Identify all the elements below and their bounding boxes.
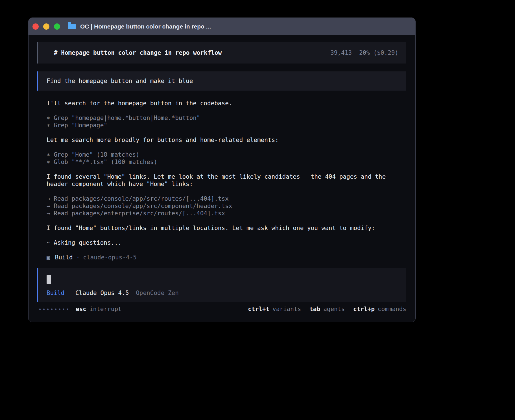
session-title: # Homepage button color change in repo w… [54, 49, 222, 56]
esc-key-label: interrupt [90, 306, 122, 312]
agent-model: claude-opus-4-5 [83, 254, 137, 261]
shortcut-variants: ctrl+t variants [248, 306, 301, 312]
shortcut-label: agents [323, 306, 345, 312]
status-bar: esc interrupt ctrl+t variants tab agents… [37, 302, 406, 316]
text-cursor [47, 275, 51, 284]
conversation: I'll search for the homepage button in t… [47, 100, 398, 261]
window-title: OC | Homepage button color change in rep… [80, 23, 211, 30]
tool-call-group-1: ∗ Grep "homepage|home.*button|Home.*butt… [47, 114, 398, 129]
assistant-text-intro: I'll search for the homepage button in t… [47, 100, 398, 107]
model-name: Claude Opus 4.5 [75, 290, 129, 296]
session-header: # Homepage button color change in repo w… [37, 42, 406, 64]
assistant-text-ask: I found "Home" buttons/links in multiple… [47, 224, 398, 232]
tool-call-group-2: ∗ Grep "Home" (18 matches) ∗ Glob "**/*.… [47, 151, 398, 166]
agent-square-icon: ▣ [47, 254, 50, 261]
close-button[interactable] [32, 23, 39, 30]
tool-call-grep: ∗ Grep "Homepage" [47, 122, 398, 129]
status-right: ctrl+t variants tab agents ctrl+p comman… [248, 306, 406, 312]
model-status-line: Build Claude Opus 4.5 OpenCode Zen [47, 289, 398, 297]
user-message-text: Find the homepage button and make it blu… [47, 78, 193, 84]
activity-dots-icon [39, 309, 68, 310]
tool-call-read: → Read packages/enterprise/src/routes/[.… [47, 210, 398, 217]
tool-call-grep: ∗ Grep "homepage|home.*button|Home.*butt… [47, 114, 398, 122]
agent-name: Build [55, 254, 73, 261]
provider-name: OpenCode Zen [136, 290, 179, 296]
prompt-input[interactable]: Build Claude Opus 4.5 OpenCode Zen [37, 268, 406, 302]
shortcut-commands: ctrl+p commands [353, 306, 406, 312]
shortcut-agents: tab agents [309, 306, 345, 312]
session-stats: 39,413 20% ($0.29) [330, 49, 398, 56]
terminal-window: OC | Homepage button color change in rep… [28, 18, 416, 322]
maximize-button[interactable] [54, 23, 60, 30]
assistant-working-status: ~ Asking questions... [47, 239, 398, 246]
agent-status-line: ▣ Build · claude-opus-4-5 [47, 254, 398, 261]
shortcut-label: variants [272, 306, 301, 312]
agent-separator: · [76, 254, 80, 261]
context-usage: 20% ($0.29) [359, 49, 398, 56]
assistant-text-broaden: Let me search more broadly for buttons a… [47, 136, 398, 144]
terminal-body: # Homepage button color change in repo w… [29, 35, 415, 322]
minimize-button[interactable] [43, 23, 49, 30]
shortcut-label: commands [378, 306, 406, 312]
tool-call-read: → Read packages/console/app/src/routes/[… [47, 195, 398, 202]
token-count: 39,413 [330, 49, 352, 56]
user-message-block: Find the homepage button and make it blu… [37, 71, 406, 91]
tool-call-grep: ∗ Grep "Home" (18 matches) [47, 151, 398, 158]
tool-call-glob: ∗ Glob "**/*.tsx" (100 matches) [47, 158, 398, 166]
traffic-lights [32, 23, 60, 30]
assistant-text-candidates: I found several "Home" links. Let me loo… [47, 173, 398, 188]
agent-mode-label[interactable]: Build [47, 290, 64, 296]
status-left: esc interrupt [37, 306, 122, 312]
tool-call-group-reads: → Read packages/console/app/src/routes/[… [47, 195, 398, 217]
folder-icon [68, 24, 76, 29]
titlebar[interactable]: OC | Homepage button color change in rep… [29, 18, 415, 35]
tool-call-read: → Read packages/console/app/src/componen… [47, 202, 398, 210]
esc-key-hint: esc [76, 306, 86, 312]
shortcut-key: tab [309, 306, 320, 312]
shortcut-key: ctrl+p [353, 306, 375, 312]
shortcut-key: ctrl+t [248, 306, 269, 312]
